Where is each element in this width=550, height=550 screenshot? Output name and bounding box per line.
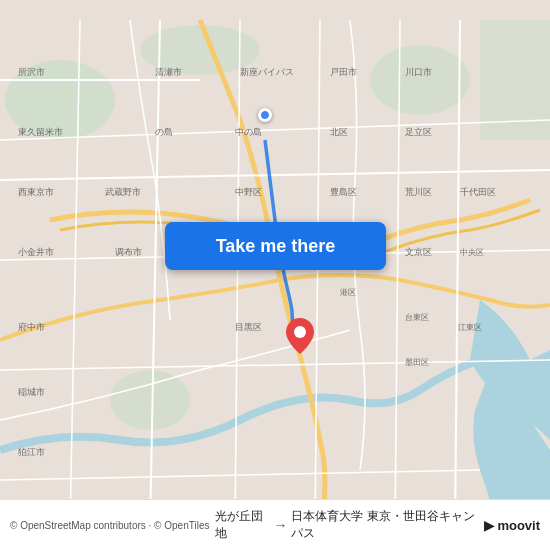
map-container: 所沢市 東久留米市 西東京市 小金井市 府中市 稲城市 狛江市 清瀬市 の島 武… [0, 0, 550, 550]
svg-text:中の島: 中の島 [235, 127, 262, 137]
moovit-logo-icon: ▶ [484, 518, 494, 533]
svg-text:狛江市: 狛江市 [18, 447, 45, 457]
svg-point-5 [110, 370, 190, 430]
map-background: 所沢市 東久留米市 西東京市 小金井市 府中市 稲城市 狛江市 清瀬市 の島 武… [0, 0, 550, 550]
arrow-icon: → [273, 517, 287, 533]
svg-text:小金井市: 小金井市 [18, 247, 54, 257]
svg-text:北区: 北区 [330, 127, 348, 137]
svg-text:豊島区: 豊島区 [330, 187, 357, 197]
svg-point-3 [370, 45, 470, 115]
destination-pin [286, 318, 314, 358]
destination-label: 日本体育大学 東京・世田谷キャンパス [291, 508, 477, 542]
take-me-there-button[interactable]: Take me there [165, 222, 386, 270]
svg-text:府中市: 府中市 [18, 322, 45, 332]
svg-text:武蔵野市: 武蔵野市 [105, 187, 141, 197]
svg-text:足立区: 足立区 [405, 127, 432, 137]
bottom-bar: © OpenStreetMap contributors · © OpenTil… [0, 499, 550, 550]
svg-text:の島: の島 [155, 127, 173, 137]
svg-text:清瀬市: 清瀬市 [155, 67, 182, 77]
svg-text:江東区: 江東区 [458, 323, 482, 332]
svg-text:墨田区: 墨田区 [405, 358, 429, 367]
svg-text:港区: 港区 [340, 288, 356, 297]
origin-label: 光が丘団地 [215, 508, 269, 542]
svg-text:中野区: 中野区 [235, 187, 262, 197]
copyright-text: © OpenStreetMap contributors · © OpenTil… [10, 520, 209, 531]
svg-text:稲城市: 稲城市 [18, 387, 45, 397]
svg-text:西東京市: 西東京市 [18, 187, 54, 197]
moovit-text: moovit [497, 518, 540, 533]
svg-text:戸田市: 戸田市 [330, 67, 357, 77]
svg-text:新座バイパス: 新座バイパス [240, 67, 294, 77]
svg-text:中央区: 中央区 [460, 248, 484, 257]
svg-text:文京区: 文京区 [405, 247, 432, 257]
origin-pin [258, 108, 272, 122]
svg-point-48 [294, 326, 306, 338]
svg-text:台東区: 台東区 [405, 313, 429, 322]
moovit-logo: ▶ moovit [484, 518, 540, 533]
svg-text:千代田区: 千代田区 [460, 187, 496, 197]
svg-text:荒川区: 荒川区 [405, 187, 432, 197]
svg-text:東久留米市: 東久留米市 [18, 127, 63, 137]
svg-text:目黒区: 目黒区 [235, 322, 262, 332]
route-info: 光が丘団地 → 日本体育大学 東京・世田谷キャンパス [215, 508, 477, 542]
svg-text:调布市: 调布市 [115, 247, 142, 257]
svg-text:川口市: 川口市 [405, 67, 432, 77]
svg-text:所沢市: 所沢市 [18, 67, 45, 77]
